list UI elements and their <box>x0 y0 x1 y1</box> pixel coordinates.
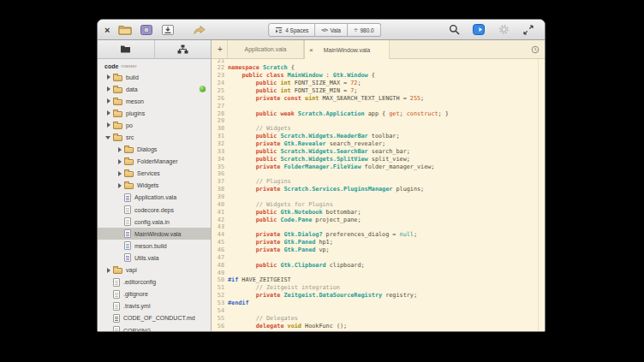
line-number: 38 <box>212 186 228 193</box>
tree-item-utils-vala[interactable]: Utils.vala <box>98 252 211 264</box>
tree-item--travis-yml[interactable]: .travis.yml <box>98 300 211 312</box>
open-file-button[interactable] <box>117 23 133 37</box>
code-line-54: 54 <box>212 307 545 315</box>
line-number: 35 <box>212 163 228 171</box>
code-line-41: 41 public Gtk.Notebook bottombar; <box>212 209 545 217</box>
expander-collapsed-icon[interactable] <box>116 158 124 165</box>
expander-collapsed-icon[interactable] <box>104 110 113 116</box>
language-button[interactable]: </> Vala <box>315 23 348 37</box>
tree-item-label: COPYING <box>123 328 151 331</box>
tree-item-vapi[interactable]: vapi <box>98 264 211 276</box>
expander-collapsed-icon[interactable] <box>104 86 113 92</box>
expander-spacer <box>104 315 113 322</box>
outline-view-button[interactable] <box>154 40 212 59</box>
tree-item-application-vala[interactable]: Application.vala <box>98 192 211 204</box>
code-editor[interactable]: 2122namespace Scratch {23 public class M… <box>212 59 545 331</box>
tree-item-build[interactable]: build <box>98 71 211 83</box>
tree-item--gitignore[interactable]: .gitignore <box>98 288 211 300</box>
expander-collapsed-icon[interactable] <box>116 146 124 153</box>
tree-item-meson-build[interactable]: meson.build <box>98 240 211 252</box>
share-button[interactable] <box>192 23 207 37</box>
search-button[interactable] <box>446 23 462 37</box>
tree-item-label: Utils.vala <box>134 255 158 261</box>
new-tab-button[interactable]: + <box>213 40 227 58</box>
fullscreen-button[interactable] <box>521 23 536 37</box>
templates-icon <box>140 25 152 35</box>
tab-mainwindow-vala[interactable]: ×MainWindow.vala <box>304 40 390 59</box>
code-line-50: 50#if HAVE_ZEITGEIST <box>212 276 545 284</box>
expander-collapsed-icon[interactable] <box>116 182 124 189</box>
save-as-button[interactable] <box>160 23 176 37</box>
text-file-icon <box>124 205 131 214</box>
tree-item--editorconfig[interactable]: .editorconfig <box>98 276 211 288</box>
text-file-icon <box>113 326 120 331</box>
code-text: public class MainWindow : Gtk.Window { <box>228 72 375 80</box>
expander-collapsed-icon[interactable] <box>104 74 113 80</box>
tree-item-label: Application.vala <box>134 194 176 200</box>
expander-collapsed-icon[interactable] <box>116 170 124 177</box>
folder-icon <box>113 75 122 81</box>
history-button[interactable] <box>531 40 545 58</box>
code-line-53: 53#endif <box>212 300 545 307</box>
goto-line-button[interactable]: ÷ 980.0 <box>348 23 381 37</box>
folder-icon <box>113 111 122 117</box>
text-file-icon <box>113 302 120 311</box>
vala-file-icon <box>124 253 131 262</box>
tree-item-src[interactable]: src <box>98 131 211 143</box>
expander-collapsed-icon[interactable] <box>104 267 113 274</box>
tab-close-icon[interactable]: × <box>309 46 313 54</box>
templates-button[interactable] <box>139 23 154 37</box>
tree-item-services[interactable]: Services <box>98 168 211 180</box>
tree-item-config-vala-in[interactable]: config.vala.in <box>98 216 211 228</box>
code-text: namespace Scratch { <box>228 64 295 72</box>
project-header[interactable]: code master <box>98 61 211 71</box>
tree-item-data[interactable]: data <box>98 83 211 95</box>
tree-item-po[interactable]: po <box>98 119 211 131</box>
indent-width-button[interactable]: 4 Spaces <box>268 23 315 37</box>
tree-item-dialogs[interactable]: Dialogs <box>98 144 211 156</box>
line-number: 34 <box>212 156 228 163</box>
search-icon <box>449 24 460 35</box>
folder-icon <box>124 159 134 165</box>
tree-item-code-of-conduct-md[interactable]: CODE_OF_CONDUCT.md <box>98 312 211 324</box>
line-number: 37 <box>212 178 228 186</box>
outline-tree-icon <box>177 45 188 54</box>
expander-spacer <box>116 230 124 237</box>
tree-item-copying[interactable]: COPYING <box>98 324 211 331</box>
tree-item-plugins[interactable]: plugins <box>98 107 211 119</box>
code-text: private Gtk.Revealer search_revealer; <box>228 140 385 148</box>
expander-collapsed-icon[interactable] <box>104 122 113 128</box>
code-text: private Gtk.Paned hp1; <box>228 239 333 246</box>
expander-expanded-icon[interactable] <box>104 134 113 141</box>
code-text: public int FONT_SIZE_MIN = 7; <box>228 87 357 95</box>
code-text: #if HAVE_ZEITGEIST <box>228 276 291 284</box>
code-lines: 2122namespace Scratch {23 public class M… <box>212 59 545 329</box>
tree-item-mainwindow-vala[interactable]: MainWindow.vala <box>98 228 211 240</box>
tree-item-codecore-deps[interactable]: codecore.deps <box>98 204 211 216</box>
code-line-44: 44 private Gtk.Dialog? preferences_dialo… <box>212 231 545 239</box>
git-branch-label: master <box>121 63 136 68</box>
window-close-button[interactable]: × <box>103 26 111 34</box>
tree-item-label: config.vala.in <box>134 219 170 225</box>
code-text: // Widgets for Plugins <box>228 201 333 209</box>
tree-item-meson[interactable]: meson <box>98 95 211 107</box>
jump-to-button[interactable] <box>471 23 486 37</box>
code-line-34: 34 public Scratch.Widgets.SplitView spli… <box>212 156 545 163</box>
tree-item-widgets[interactable]: Widgets <box>98 180 211 192</box>
tab-application-vala[interactable]: Application.vala <box>227 40 304 58</box>
tree-item-foldermanager[interactable]: FolderManager <box>98 156 211 168</box>
expander-collapsed-icon[interactable] <box>104 98 113 104</box>
code-text: public Gtk.Clipboard clipboard; <box>228 262 365 270</box>
code-line-45: 45 private Gtk.Paned hp1; <box>212 239 545 246</box>
code-text: public Gtk.Notebook bottombar; <box>228 209 361 217</box>
headerbar-left-group: × <box>103 23 207 37</box>
files-view-button[interactable] <box>98 40 154 59</box>
language-label: Vala <box>330 27 341 33</box>
history-clock-icon <box>531 45 540 54</box>
line-number: 46 <box>212 246 228 254</box>
line-number: 30 <box>212 125 228 133</box>
code-line-55: 55 // Delegates <box>212 315 545 323</box>
line-number: 28 <box>212 110 228 118</box>
code-line-36: 36 <box>212 170 545 178</box>
settings-button[interactable] <box>496 23 511 37</box>
